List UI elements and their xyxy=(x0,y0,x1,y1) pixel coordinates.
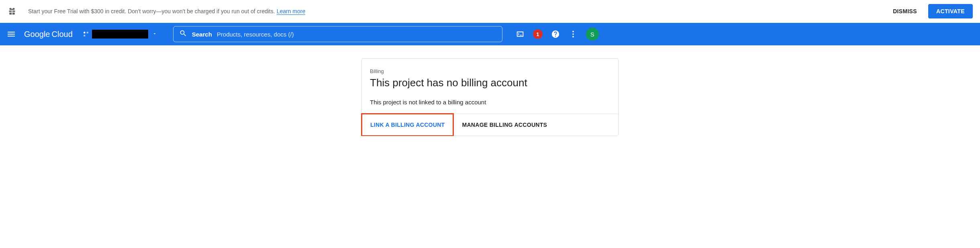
project-name-redacted xyxy=(92,30,148,39)
svg-rect-3 xyxy=(12,12,15,14)
link-billing-account-button[interactable]: LINK A BILLING ACCOUNT xyxy=(361,113,454,136)
search-bar[interactable]: Search Products, resources, docs (/) xyxy=(173,26,502,42)
notification-badge[interactable]: 1 xyxy=(533,29,543,39)
svg-rect-5 xyxy=(8,34,15,35)
svg-rect-0 xyxy=(9,10,12,12)
promo-banner: Start your Free Trial with $300 in credi… xyxy=(0,0,980,23)
card-title: This project has no billing account xyxy=(370,77,610,89)
dismiss-button[interactable]: DISMISS xyxy=(888,5,922,18)
svg-point-7 xyxy=(84,32,86,34)
nav-right: 1 S xyxy=(515,28,599,41)
svg-rect-6 xyxy=(8,36,15,37)
svg-point-10 xyxy=(572,31,574,33)
learn-more-link[interactable]: Learn more xyxy=(277,8,306,15)
billing-card: Billing This project has no billing acco… xyxy=(361,58,619,136)
search-label: Search xyxy=(192,31,212,38)
project-selector[interactable] xyxy=(82,30,157,39)
top-nav: Google Cloud Search Products, resources,… xyxy=(0,23,980,45)
svg-point-12 xyxy=(572,36,574,38)
svg-rect-4 xyxy=(8,32,15,33)
promo-text: Start your Free Trial with $300 in credi… xyxy=(28,8,275,14)
avatar[interactable]: S xyxy=(586,28,599,41)
logo[interactable]: Google Cloud xyxy=(24,30,73,39)
svg-rect-1 xyxy=(12,10,15,12)
card-description: This project is not linked to a billing … xyxy=(370,99,610,106)
card-label: Billing xyxy=(370,68,610,74)
project-dots-icon xyxy=(82,30,90,38)
activate-button[interactable]: ACTIVATE xyxy=(928,4,973,18)
chevron-down-icon xyxy=(152,30,157,38)
svg-rect-2 xyxy=(9,12,12,14)
gift-icon xyxy=(7,6,17,16)
svg-point-11 xyxy=(572,33,574,35)
manage-billing-accounts-button[interactable]: MANAGE BILLING ACCOUNTS xyxy=(454,114,555,136)
card-body: Billing This project has no billing acco… xyxy=(362,59,618,114)
card-actions: LINK A BILLING ACCOUNT MANAGE BILLING AC… xyxy=(362,114,618,136)
search-placeholder: Products, resources, docs (/) xyxy=(217,31,294,38)
help-icon[interactable] xyxy=(551,29,560,39)
cloud-shell-icon[interactable] xyxy=(515,29,525,39)
main-area: Billing This project has no billing acco… xyxy=(0,45,980,136)
svg-point-8 xyxy=(86,32,88,34)
logo-bold: Google xyxy=(24,30,50,39)
search-icon xyxy=(179,29,187,39)
menu-icon[interactable] xyxy=(6,29,16,39)
logo-light: Cloud xyxy=(52,30,73,39)
more-icon[interactable] xyxy=(568,29,578,39)
svg-point-9 xyxy=(84,35,86,37)
